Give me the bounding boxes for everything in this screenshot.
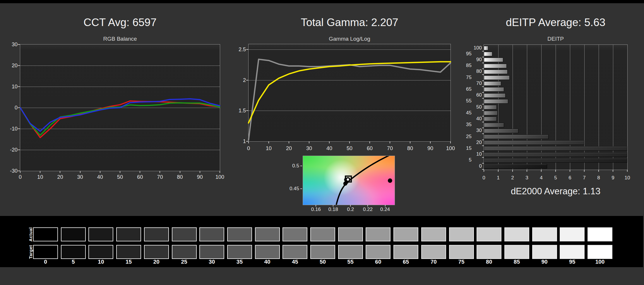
patch-actual-5: [61, 227, 86, 241]
deitp-y-label: 75: [459, 75, 472, 80]
deitp-x-label: 7: [576, 175, 592, 181]
x-tick-mark: [40, 171, 40, 173]
deitp-x-label: 5: [547, 175, 564, 181]
y-tick-label: 2: [230, 77, 246, 83]
cie-x-tick: [385, 205, 386, 207]
deitp-y-tick: [482, 128, 484, 128]
deitp-bar-75: [484, 75, 510, 80]
cie-x-label: 0.18: [325, 207, 341, 212]
deitp-y-label: 50: [469, 104, 482, 110]
x-tick-mark: [289, 141, 289, 143]
calibration-report: CCT Avg: 6597 RGB Balance 3020100-10-20-…: [0, 0, 644, 285]
x-tick-label: 30: [72, 174, 88, 180]
gridline: [513, 45, 513, 170]
patch-actual-65: [393, 227, 418, 241]
gridline: [584, 45, 585, 170]
x-tick-label: 100: [442, 145, 459, 152]
patch-actual-15: [116, 227, 141, 241]
cie-x-tick: [367, 205, 368, 207]
y-tick-label: -30: [2, 168, 18, 174]
deitp-y-label: 100: [469, 45, 482, 51]
patch-target-20: [144, 245, 169, 259]
x-tick-label: 30: [301, 145, 317, 152]
y-tick-mark: [18, 171, 20, 171]
deitp-y-tick: [482, 157, 484, 158]
patch-target-95: [560, 245, 585, 259]
patch-target-35: [227, 245, 252, 259]
patch-actual-0: [33, 227, 58, 241]
deitp-x-tick: [541, 170, 542, 172]
gamma-plot: [248, 44, 451, 142]
deitp-x-tick: [555, 170, 556, 172]
top-black-bar: [0, 0, 644, 3]
cie-x-label: 0.16: [308, 207, 324, 212]
deitp-x-tick: [613, 170, 613, 172]
deitp-x-tick: [512, 170, 513, 172]
y-tick-label: 2.5: [230, 47, 246, 53]
deitp-bar-85: [484, 64, 507, 68]
deitp-y-label: 35: [459, 122, 472, 128]
deitp-bar-10: [484, 152, 627, 157]
x-tick-label: 20: [281, 145, 297, 152]
patch-actual-45: [282, 227, 307, 241]
deitp-y-tick: [482, 151, 484, 152]
strip-row-label-actual: Actual: [28, 227, 33, 242]
y-tick-label: 1.5: [230, 108, 246, 114]
patch-level-label: 75: [450, 259, 473, 265]
patch-level-label: 35: [228, 259, 251, 265]
y-tick-mark: [18, 65, 20, 66]
x-tick-mark: [220, 171, 220, 173]
patch-actual-35: [227, 227, 252, 241]
deitp-y-tick: [482, 122, 484, 122]
deitp-x-label: 6: [562, 175, 578, 181]
x-tick-label: 50: [341, 145, 358, 152]
x-tick-label: 20: [52, 174, 68, 180]
x-tick-mark: [160, 171, 160, 173]
deitp-x-label: 4: [533, 175, 549, 181]
deitp-y-label: 65: [459, 86, 472, 92]
patch-level-label: 5: [61, 259, 85, 265]
patch-actual-85: [504, 227, 529, 241]
deitp-bar-55: [484, 99, 508, 104]
x-tick-label: 10: [261, 145, 277, 152]
x-tick-mark: [60, 171, 60, 173]
deitp-bar-40: [484, 117, 497, 121]
cie-x-tick: [316, 205, 316, 207]
deitp-bar-65: [484, 87, 504, 92]
patch-actual-90: [532, 227, 557, 241]
deitp-bar-95: [484, 52, 492, 56]
deitp-bar-50: [484, 105, 497, 109]
cct-average-title: CCT Avg: 6597: [20, 16, 220, 29]
y-tick-mark: [18, 128, 20, 129]
deitp-y-tick: [482, 80, 484, 81]
deitp-bar-20: [484, 140, 584, 145]
y-tick-label: -10: [2, 126, 18, 132]
patch-actual-70: [421, 227, 446, 241]
x-tick-mark: [140, 171, 140, 173]
patch-target-5: [61, 245, 86, 259]
rgb-balance-plot: [20, 44, 220, 171]
x-tick-label: 40: [92, 174, 108, 180]
patch-target-25: [172, 245, 197, 259]
patch-level-label: 10: [89, 259, 113, 265]
deitp-y-label: 10: [469, 151, 482, 157]
x-tick-mark: [329, 141, 330, 143]
cie-x-label: 0.22: [359, 207, 376, 212]
y-tick-label: 30: [2, 42, 18, 48]
deitp-x-label: 1: [490, 175, 506, 181]
deitp-y-tick: [482, 116, 484, 116]
y-tick-mark: [18, 86, 20, 87]
deitp-plot: [484, 44, 628, 170]
x-tick-mark: [410, 141, 410, 143]
patch-target-80: [477, 245, 501, 259]
deitp-y-tick: [482, 133, 484, 134]
patch-level-label: 30: [200, 259, 224, 265]
x-tick-label: 0: [240, 145, 257, 152]
patch-actual-10: [88, 227, 113, 241]
patch-actual-60: [366, 227, 390, 241]
patch-level-label: 100: [588, 259, 612, 265]
x-tick-mark: [80, 171, 80, 173]
deitp-bar-45: [484, 111, 498, 115]
x-tick-label: 60: [132, 174, 148, 180]
cie-y-label: 0.5: [283, 163, 299, 169]
